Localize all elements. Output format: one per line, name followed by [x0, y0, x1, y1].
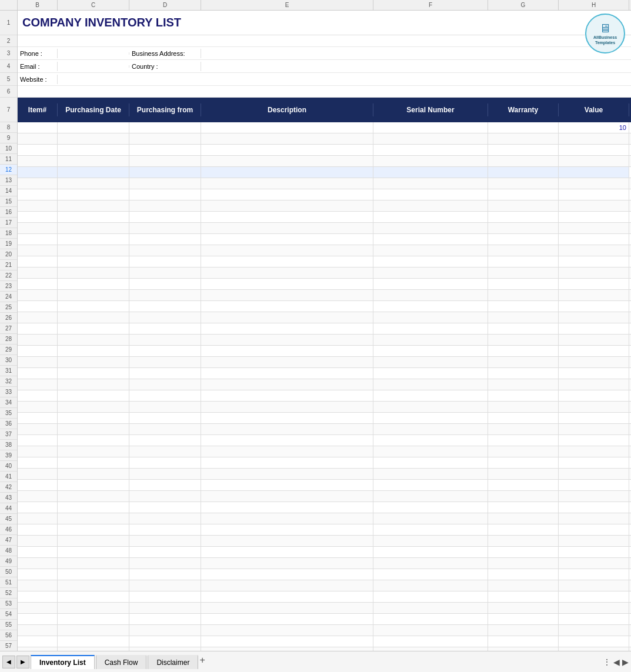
td-cell[interactable] — [373, 178, 488, 189]
td-cell[interactable] — [18, 402, 58, 412]
td-cell[interactable] — [58, 591, 129, 602]
col-header-b[interactable]: B — [18, 0, 58, 10]
email-value[interactable] — [58, 65, 129, 68]
table-row[interactable] — [18, 357, 631, 368]
table-row[interactable] — [18, 189, 631, 200]
td-cell[interactable] — [18, 268, 58, 278]
td-cell[interactable] — [488, 469, 559, 479]
table-row[interactable] — [18, 167, 631, 178]
td-cell[interactable] — [201, 614, 373, 624]
td-cell[interactable] — [488, 189, 559, 200]
td-cell[interactable] — [488, 424, 559, 434]
td-cell[interactable] — [559, 279, 629, 289]
td-cell[interactable] — [201, 312, 373, 323]
td-cell[interactable] — [129, 379, 201, 390]
td-cell[interactable] — [201, 536, 373, 546]
table-row[interactable] — [18, 335, 631, 346]
table-row[interactable] — [18, 524, 631, 536]
table-row[interactable] — [18, 256, 631, 268]
website-value[interactable] — [58, 78, 631, 81]
td-cell[interactable] — [18, 323, 58, 334]
td-cell[interactable] — [488, 368, 559, 379]
td-cell[interactable] — [18, 536, 58, 546]
td-cell[interactable] — [18, 569, 58, 580]
td-cell[interactable] — [488, 156, 559, 166]
table-row[interactable] — [18, 245, 631, 256]
td-cell[interactable] — [201, 524, 373, 535]
td-cell[interactable] — [201, 189, 373, 200]
td-cell[interactable] — [18, 625, 58, 636]
td-cell[interactable] — [129, 323, 201, 334]
td-cell[interactable] — [373, 122, 488, 133]
td-cell[interactable] — [201, 323, 373, 334]
td-cell[interactable] — [201, 279, 373, 289]
td-cell[interactable] — [488, 625, 559, 636]
td-cell[interactable] — [129, 390, 201, 401]
td-cell[interactable] — [488, 435, 559, 446]
td-cell[interactable] — [129, 469, 201, 479]
td-cell[interactable] — [488, 502, 559, 513]
td-cell[interactable] — [58, 569, 129, 580]
td-cell[interactable] — [373, 368, 488, 379]
td-cell[interactable] — [129, 122, 201, 133]
td-cell[interactable] — [373, 502, 488, 513]
td-cell[interactable] — [488, 167, 559, 178]
td-cell[interactable] — [488, 245, 559, 256]
td-cell[interactable] — [559, 536, 629, 546]
table-row[interactable] — [18, 178, 631, 189]
country-value[interactable] — [201, 65, 631, 68]
td-cell[interactable] — [129, 603, 201, 613]
td-cell[interactable] — [373, 402, 488, 412]
table-row[interactable] — [18, 591, 631, 603]
tab-inventory-list[interactable]: Inventory List — [31, 655, 95, 669]
td-cell[interactable] — [58, 122, 129, 133]
td-cell[interactable] — [58, 178, 129, 189]
table-row[interactable] — [18, 323, 631, 335]
td-cell[interactable] — [18, 390, 58, 401]
td-cell[interactable] — [559, 446, 629, 457]
table-row[interactable] — [18, 290, 631, 301]
td-cell[interactable] — [488, 491, 559, 502]
td-cell[interactable] — [373, 547, 488, 557]
td-cell[interactable] — [129, 268, 201, 278]
td-cell[interactable] — [201, 234, 373, 245]
td-cell[interactable] — [201, 591, 373, 602]
td-cell[interactable] — [488, 212, 559, 222]
td-cell[interactable] — [58, 379, 129, 390]
td-cell[interactable] — [559, 200, 629, 211]
td-cell[interactable] — [488, 335, 559, 345]
table-row[interactable]: 10 — [18, 122, 631, 133]
td-cell[interactable] — [559, 569, 629, 580]
td-cell[interactable] — [18, 145, 58, 155]
td-cell[interactable] — [129, 200, 201, 211]
td-cell[interactable] — [559, 402, 629, 412]
table-row[interactable] — [18, 301, 631, 312]
td-cell[interactable] — [373, 435, 488, 446]
td-cell[interactable] — [488, 569, 559, 580]
td-cell[interactable] — [559, 435, 629, 446]
td-cell[interactable] — [18, 122, 58, 133]
td-cell[interactable] — [201, 200, 373, 211]
table-row[interactable] — [18, 234, 631, 245]
td-cell[interactable] — [58, 200, 129, 211]
td-cell[interactable] — [18, 513, 58, 524]
business-address-value[interactable] — [201, 52, 631, 55]
td-cell[interactable] — [373, 580, 488, 591]
td-cell[interactable] — [488, 413, 559, 423]
td-cell[interactable] — [18, 189, 58, 200]
td-cell[interactable] — [559, 614, 629, 624]
table-row[interactable] — [18, 346, 631, 357]
td-cell[interactable] — [58, 279, 129, 289]
td-cell[interactable] — [18, 524, 58, 535]
table-row[interactable] — [18, 223, 631, 234]
table-row[interactable] — [18, 200, 631, 212]
td-cell[interactable] — [58, 513, 129, 524]
td-cell[interactable] — [373, 145, 488, 155]
table-row[interactable] — [18, 614, 631, 625]
td-cell[interactable] — [129, 457, 201, 468]
td-cell[interactable] — [488, 547, 559, 557]
td-cell[interactable] — [373, 245, 488, 256]
table-row[interactable] — [18, 156, 631, 167]
td-cell[interactable] — [201, 335, 373, 345]
td-cell[interactable] — [58, 402, 129, 412]
